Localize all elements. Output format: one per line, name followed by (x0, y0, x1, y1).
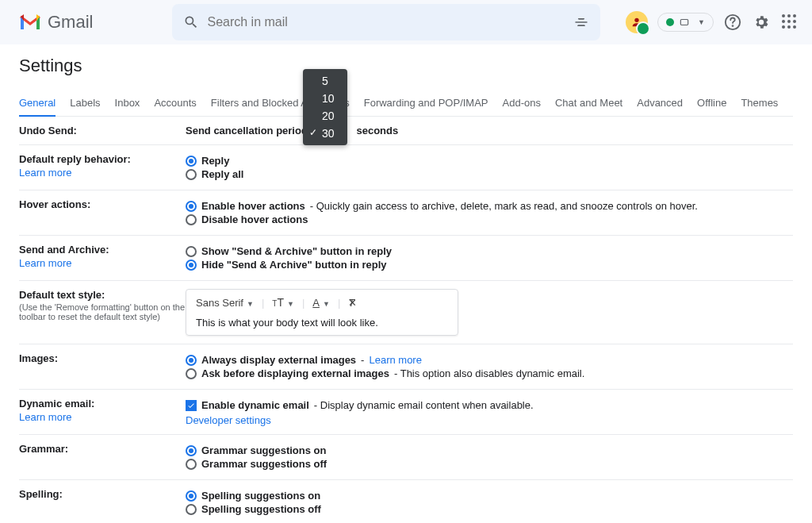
chevron-down-icon: ▼ (698, 18, 705, 26)
text-preview: This is what your body text will look li… (196, 313, 448, 329)
tab-inbox[interactable]: Inbox (115, 90, 140, 116)
section-hover-actions: Hover actions: Enable hover actions - Qu… (19, 190, 793, 236)
section-send-archive: Send and Archive: Learn more Show "Send … (19, 236, 793, 281)
radio-spelling-off[interactable]: Spelling suggestions off (186, 503, 793, 515)
developer-settings-link[interactable]: Developer settings (186, 414, 271, 426)
radio-always-images[interactable]: Always display external images - Learn m… (186, 354, 793, 366)
section-images: Images: Always display external images -… (19, 344, 793, 390)
dropdown-option-30[interactable]: 30 (303, 125, 347, 142)
cancellation-text-right: seconds (356, 125, 398, 137)
tab-addons[interactable]: Add-ons (503, 90, 541, 116)
section-grammar: Grammar: Grammar suggestions on Grammar … (19, 435, 793, 480)
undo-send-body: Send cancellation period: seconds (186, 125, 793, 137)
dropdown-option-5[interactable]: 5 (303, 72, 347, 90)
apps-grid-icon (782, 14, 798, 30)
search-options-icon[interactable] (573, 14, 589, 30)
tab-labels[interactable]: Labels (70, 90, 100, 116)
radio-icon (186, 368, 197, 379)
dropdown-option-20[interactable]: 20 (303, 107, 347, 125)
text-color-selector[interactable]: A▼ (312, 297, 330, 309)
send-archive-label: Send and Archive: Learn more (19, 244, 186, 272)
images-label: Images: (19, 352, 186, 381)
radio-ask-images[interactable]: Ask before displaying external images - … (186, 367, 793, 379)
radio-grammar-off[interactable]: Grammar suggestions off (186, 458, 793, 470)
remove-formatting-button[interactable]: T✕ (348, 297, 363, 309)
app-name: Gmail (48, 12, 93, 33)
section-default-reply: Default reply behavior: Learn more Reply… (19, 145, 793, 190)
cancellation-period-dropdown[interactable]: 5 10 20 30 (303, 69, 347, 145)
text-style-label: Default text style: (Use the 'Remove for… (19, 289, 186, 336)
spelling-label: Spelling: (19, 488, 186, 517)
dynamic-learn-more[interactable]: Learn more (19, 411, 186, 423)
radio-icon (186, 504, 197, 515)
window-icon (679, 17, 690, 28)
radio-hide-archive[interactable]: Hide "Send & Archive" button in reply (186, 259, 793, 271)
tab-advanced[interactable]: Advanced (637, 90, 683, 116)
status-indicator[interactable]: ▼ (657, 13, 714, 32)
grammar-label: Grammar: (19, 443, 186, 471)
settings-tabs: General Labels Inbox Accounts Filters an… (19, 90, 793, 117)
gmail-icon (19, 13, 41, 31)
apps-button[interactable] (780, 13, 799, 32)
checkbox-icon (186, 400, 197, 411)
radio-icon (186, 445, 197, 456)
settings-button[interactable] (752, 13, 771, 32)
text-style-editor: Sans Serif▼ | TT▼ | A▼ | T✕ This is what… (186, 289, 458, 336)
radio-icon (186, 156, 197, 167)
tab-accounts[interactable]: Accounts (154, 90, 196, 116)
radio-icon (186, 201, 197, 212)
account-avatar[interactable] (626, 11, 648, 33)
reply-learn-more[interactable]: Learn more (19, 167, 186, 179)
gear-icon (753, 13, 770, 31)
radio-grammar-on[interactable]: Grammar suggestions on (186, 444, 793, 456)
radio-enable-hover[interactable]: Enable hover actions - Quickly gain acce… (186, 200, 793, 212)
section-undo-send: Undo Send: Send cancellation period: sec… (19, 117, 793, 145)
svg-point-3 (733, 25, 733, 26)
tab-themes[interactable]: Themes (741, 90, 778, 116)
radio-spelling-on[interactable]: Spelling suggestions on (186, 490, 793, 502)
dynamic-label: Dynamic email: Learn more (19, 398, 186, 426)
radio-reply-all[interactable]: Reply all (186, 168, 793, 180)
dropdown-option-10[interactable]: 10 (303, 90, 347, 107)
header-actions: ▼ (626, 11, 799, 33)
section-dynamic-email: Dynamic email: Learn more Enable dynamic… (19, 390, 793, 435)
app-header: Gmail ▼ (0, 0, 812, 44)
checkbox-dynamic-email[interactable]: Enable dynamic email - Display dynamic e… (186, 399, 793, 411)
hover-label: Hover actions: (19, 198, 186, 227)
tab-forwarding[interactable]: Forwarding and POP/IMAP (364, 90, 488, 116)
page-title: Settings (19, 44, 793, 90)
radio-icon (186, 355, 197, 366)
cancellation-text-left: Send cancellation period: (186, 125, 311, 137)
tab-general[interactable]: General (19, 90, 56, 117)
person-icon (630, 16, 643, 29)
text-toolbar: Sans Serif▼ | TT▼ | A▼ | T✕ (196, 296, 448, 313)
text-style-hint: (Use the 'Remove formatting' button on t… (19, 302, 186, 321)
settings-content: Settings General Labels Inbox Accounts F… (0, 44, 812, 523)
font-size-selector[interactable]: TT▼ (272, 296, 294, 309)
help-button[interactable] (723, 13, 742, 32)
radio-show-archive[interactable]: Show "Send & Archive" button in reply (186, 245, 793, 257)
search-input[interactable] (207, 15, 573, 29)
radio-icon (186, 246, 197, 257)
svg-rect-1 (680, 20, 688, 25)
radio-icon (186, 459, 197, 470)
images-learn-more[interactable]: Learn more (369, 354, 421, 366)
section-spelling: Spelling: Spelling suggestions on Spelli… (19, 480, 793, 523)
font-selector[interactable]: Sans Serif▼ (196, 297, 254, 309)
active-status-dot (666, 18, 674, 26)
radio-reply[interactable]: Reply (186, 155, 793, 167)
chevron-down-icon: ▼ (287, 300, 294, 308)
radio-icon (186, 214, 197, 225)
chevron-down-icon: ▼ (247, 300, 254, 308)
help-icon (724, 13, 741, 31)
archive-learn-more[interactable]: Learn more (19, 257, 186, 269)
radio-icon (186, 169, 197, 180)
radio-disable-hover[interactable]: Disable hover actions (186, 213, 793, 225)
tab-chat[interactable]: Chat and Meet (555, 90, 622, 116)
default-reply-label: Default reply behavior: Learn more (19, 153, 186, 182)
search-bar[interactable] (172, 4, 600, 40)
gmail-logo[interactable]: Gmail (19, 12, 93, 33)
chevron-down-icon: ▼ (323, 300, 330, 308)
tab-offline[interactable]: Offline (697, 90, 726, 116)
radio-icon (186, 490, 197, 502)
